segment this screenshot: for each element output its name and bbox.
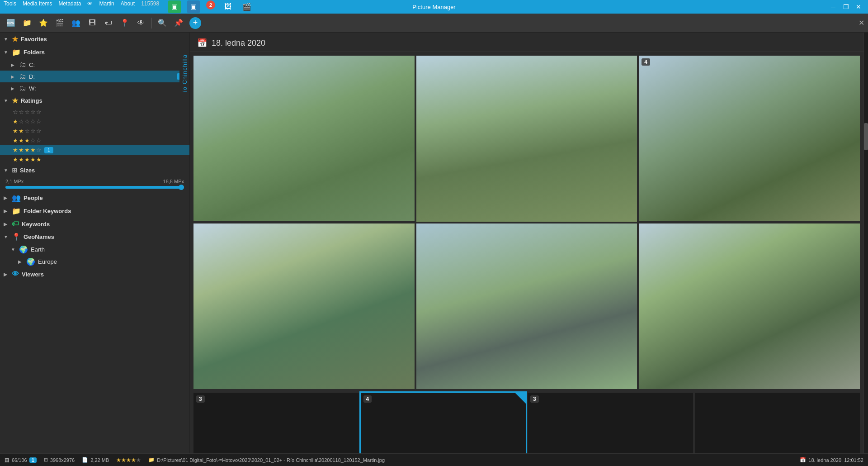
- rating-0[interactable]: ☆☆☆☆☆: [0, 107, 189, 117]
- menu-media[interactable]: Media Items: [23, 0, 52, 13]
- sizes-slider-area: 2,1 MPx 18,8 MPx: [0, 176, 189, 191]
- keywords-section[interactable]: ▶ 🏷 Keywords: [0, 218, 189, 230]
- close-button[interactable]: ✕: [853, 2, 864, 12]
- rating-5[interactable]: ★★★★★: [0, 155, 189, 164]
- photo-p6[interactable]: [639, 223, 860, 389]
- people-section[interactable]: ▶ 👥 People: [0, 191, 189, 204]
- stars-2: ★★☆☆☆: [13, 128, 42, 134]
- photo-p2[interactable]: [416, 56, 637, 222]
- people-label: People: [24, 195, 186, 201]
- favorites-button[interactable]: ⭐: [36, 16, 51, 30]
- folder-keywords-section[interactable]: ▶ 📁 Folder Keywords: [0, 204, 189, 218]
- folder-d[interactable]: ▶ 🗂 D: 1: [0, 71, 189, 82]
- earth-item[interactable]: ▼ 🌍 Earth: [0, 243, 189, 256]
- people-chevron: ▶: [4, 195, 9, 200]
- tb-icon-img[interactable]: 🖼: [222, 0, 234, 13]
- photo-grid-bottom: 3 4 3: [190, 393, 863, 453]
- geonames-section[interactable]: ▼ 📍 GeoNames: [0, 230, 189, 243]
- photo-grid-main: 4: [190, 52, 863, 393]
- folder-w-chevron: ▶: [11, 86, 16, 91]
- photo-p9[interactable]: 3: [528, 393, 693, 453]
- new-button[interactable]: 🆕: [4, 16, 18, 30]
- tag-button[interactable]: 🏷: [101, 16, 116, 30]
- status-filesize-value: 2,22 MB: [90, 457, 109, 463]
- photo-p3[interactable]: 4: [639, 56, 860, 221]
- rating-2[interactable]: ★★☆☆☆: [0, 126, 189, 136]
- notification-badge: 2: [206, 0, 215, 10]
- tb-icon-green[interactable]: ▣: [168, 0, 181, 13]
- menu-about[interactable]: About: [121, 0, 135, 13]
- folder-button[interactable]: 📁: [20, 16, 34, 30]
- sizes-slider-thumb[interactable]: [179, 185, 184, 190]
- people-button[interactable]: 👥: [69, 16, 83, 30]
- folder-c[interactable]: ▶ 🗂 C:: [0, 59, 189, 71]
- location-button[interactable]: 📍: [118, 16, 132, 30]
- panel-close-button[interactable]: ✕: [859, 19, 864, 27]
- date-label: 18. ledna 2020: [212, 38, 265, 48]
- folder-keywords-chevron: ▶: [4, 209, 9, 214]
- pin-button[interactable]: 📌: [171, 16, 186, 30]
- folders-label: Folders: [24, 49, 186, 56]
- tb-icon-blue[interactable]: ▣: [187, 0, 200, 13]
- menu-martin[interactable]: Martin: [99, 0, 114, 13]
- minimize-button[interactable]: ─: [827, 2, 839, 12]
- photo-p3-img: [639, 56, 860, 221]
- photo-p5-img: [416, 223, 637, 390]
- photo-p1[interactable]: [193, 56, 415, 221]
- content-area: 📅 18. ledna 2020 4: [190, 33, 863, 453]
- menu-tools[interactable]: Tools: [4, 0, 16, 13]
- europe-item[interactable]: ▶ 🌍 Europe: [0, 256, 189, 268]
- photo-p4[interactable]: [193, 223, 415, 389]
- earth-icon: 🌍: [19, 245, 28, 254]
- maximize-button[interactable]: ❐: [840, 2, 852, 12]
- status-bar: 🖼 66/106 1 ⊞ 3968x2976 📄 2,22 MB ★ ★ ★ ★…: [0, 453, 868, 466]
- photo-p10[interactable]: [695, 393, 860, 453]
- photo-p7-badge: 3: [196, 395, 205, 403]
- status-datetime: 📅 18. ledna 2020, 12:01:52: [800, 457, 863, 463]
- add-button[interactable]: +: [189, 17, 201, 29]
- folder-w-icon: 🗂: [19, 84, 26, 92]
- folders-icon: 📁: [12, 48, 21, 57]
- photo-p6-img: [639, 223, 860, 389]
- europe-icon: 🌍: [26, 257, 35, 266]
- menu-metadata[interactable]: Metadata: [58, 0, 81, 13]
- photo-p5[interactable]: [416, 223, 637, 390]
- sizes-section[interactable]: ▼ ⊞ Sizes: [0, 164, 189, 176]
- viewers-label: Viewers: [22, 271, 186, 278]
- rating-3[interactable]: ★★★☆☆: [0, 136, 189, 145]
- folder-c-icon: 🗂: [19, 61, 26, 69]
- eye-button[interactable]: 👁: [134, 16, 148, 30]
- photo-p8[interactable]: 4: [361, 393, 526, 453]
- viewers-section[interactable]: ▶ 👁 Viewers: [0, 268, 189, 281]
- geonames-chevron: ▼: [4, 234, 9, 239]
- viewers-icon: 👁: [12, 270, 19, 278]
- scrollbar-thumb[interactable]: [864, 123, 868, 150]
- folders-section[interactable]: ▼ 📁 Folders: [0, 46, 189, 59]
- status-index: 🖼 66/106 1: [5, 457, 37, 463]
- favorites-section[interactable]: ▼ ★ Favorites: [0, 33, 189, 46]
- ratings-section[interactable]: ▼ ★ Ratings: [0, 94, 189, 107]
- date-header: 📅 18. ledna 2020: [190, 33, 863, 52]
- window-controls[interactable]: ─ ❐ ✕: [827, 2, 864, 12]
- right-scrollbar[interactable]: [863, 33, 868, 453]
- search-button[interactable]: 🔍: [155, 16, 170, 30]
- main-area: ío Chinchilla ▼ ★ Favorites ▼ 📁 Folders …: [0, 33, 868, 453]
- rating-4[interactable]: ★★★★☆ 1: [0, 145, 189, 155]
- folder-w[interactable]: ▶ 🗂 W:: [0, 82, 189, 94]
- film-button[interactable]: 🎞: [85, 16, 99, 30]
- status-index-value: 66/106: [12, 457, 27, 463]
- sidebar: ío Chinchilla ▼ ★ Favorites ▼ 📁 Folders …: [0, 33, 190, 453]
- clapper-button[interactable]: 🎬: [52, 16, 67, 30]
- sizes-slider[interactable]: [5, 186, 184, 189]
- tb-icon-video[interactable]: 🎬: [241, 0, 253, 13]
- rating-1[interactable]: ★☆☆☆☆: [0, 117, 189, 126]
- folder-keywords-icon: 📁: [12, 207, 21, 215]
- stars-0: ☆☆☆☆☆: [13, 109, 42, 115]
- favorites-icon: ★: [12, 35, 18, 43]
- photo-p8-badge: 4: [363, 395, 372, 403]
- photo-p1-img: [193, 56, 415, 221]
- menu-eye[interactable]: 👁: [87, 0, 93, 13]
- folder-w-label: W:: [29, 85, 186, 92]
- photo-p7[interactable]: 3: [193, 393, 359, 453]
- sizes-slider-fill: [5, 186, 184, 189]
